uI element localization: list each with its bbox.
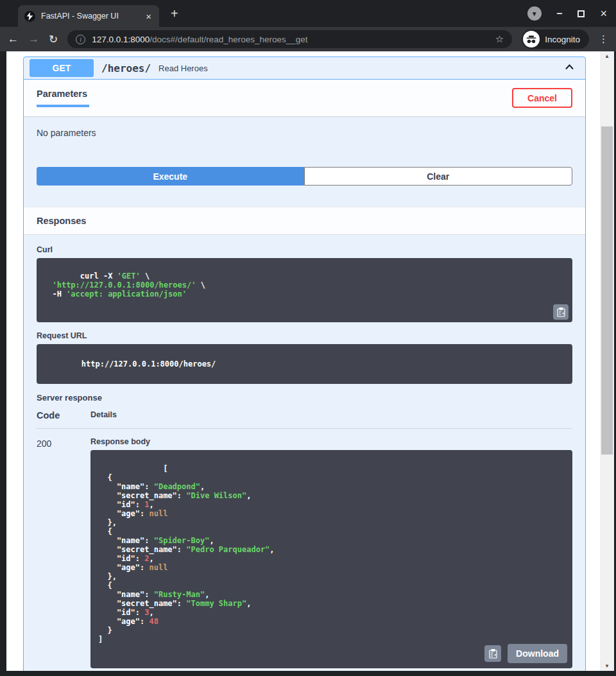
server-response-label: Server response: [37, 393, 572, 403]
curl-command-block: curl -X 'GET' \ 'http://127.0.0.1:8000/h…: [37, 258, 572, 322]
execute-row: Execute Clear: [37, 167, 572, 186]
code-column-header: Code: [37, 410, 90, 420]
responses-body: Curl curl -X 'GET' \ 'http://127.0.0.1:8…: [24, 235, 585, 671]
scroll-down-icon[interactable]: ▼: [600, 663, 614, 669]
url-host: 127.0.0.1:8000: [92, 35, 150, 44]
request-url-label: Request URL: [37, 331, 572, 340]
page-info-icon[interactable]: i: [76, 35, 85, 44]
execute-button[interactable]: Execute: [37, 167, 304, 186]
bookmark-star-icon[interactable]: ☆: [495, 33, 504, 45]
incognito-label: Incognito: [545, 35, 580, 44]
request-url-block: http://127.0.0.1:8000/heroes/: [37, 344, 572, 384]
request-url-value: http://127.0.0.1:8000/heroes/: [81, 360, 216, 368]
scrollbar-thumb[interactable]: [601, 126, 613, 455]
response-row-200: 200 Response body [ { "name": "Deadpond"…: [37, 429, 572, 671]
swagger-page: GET /heroes/ Read Heroes Parameters Canc…: [6, 51, 600, 671]
clear-button[interactable]: Clear: [304, 167, 573, 186]
responses-title: Responses: [37, 216, 86, 226]
parameters-body: No parameters Execute Clear: [24, 116, 585, 186]
fastapi-favicon-icon: [24, 11, 35, 22]
reload-icon[interactable]: ↻: [49, 33, 58, 46]
http-method-badge: GET: [30, 59, 94, 77]
endpoint-summary: Read Heroes: [158, 64, 208, 73]
parameters-section-header: Parameters Cancel: [24, 80, 585, 116]
browser-tab-bar: FastAPI - Swagger UI × + ▼ – ×: [0, 0, 616, 27]
tab-parameters[interactable]: Parameters: [37, 89, 89, 107]
url-path: /docs#/default/read_heroes_heroes__get: [150, 35, 307, 44]
collapse-chevron-up-icon[interactable]: [563, 61, 576, 76]
download-button[interactable]: Download: [508, 644, 567, 663]
window-close-icon[interactable]: ×: [600, 7, 607, 21]
browser-tab[interactable]: FastAPI - Swagger UI ×: [18, 5, 159, 27]
no-parameters-text: No parameters: [37, 128, 572, 138]
tab-title: FastAPI - Swagger UI: [41, 12, 119, 21]
chrome-caret-down-icon[interactable]: ▼: [527, 6, 542, 21]
curl-label: Curl: [37, 245, 572, 254]
browser-toolbar: ← → ↻ i 127.0.0.1:8000/docs#/default/rea…: [0, 27, 616, 51]
opblock-get-heroes: GET /heroes/ Read Heroes Parameters Canc…: [23, 56, 586, 671]
copy-response-button[interactable]: [484, 645, 501, 662]
opblock-summary[interactable]: GET /heroes/ Read Heroes: [24, 57, 585, 80]
response-details: Response body [ { "name": "Deadpond", "s…: [90, 437, 572, 671]
response-body-label: Response body: [90, 437, 572, 446]
scroll-up-icon[interactable]: ▲: [600, 53, 614, 59]
tab-close-icon[interactable]: ×: [144, 11, 153, 22]
back-icon[interactable]: ←: [8, 33, 19, 46]
page-scrollbar[interactable]: ▲ ▼: [600, 51, 614, 671]
details-column-header: Details: [90, 410, 117, 420]
incognito-icon: [523, 31, 540, 48]
status-code: 200: [37, 437, 90, 671]
window-minimize-icon[interactable]: –: [557, 8, 563, 19]
new-tab-icon[interactable]: +: [171, 5, 178, 22]
forward-icon[interactable]: →: [28, 33, 39, 46]
responses-section-header: Responses: [24, 207, 585, 235]
window-maximize-icon[interactable]: [578, 10, 585, 17]
browser-menu-icon[interactable]: ⋮: [599, 33, 608, 45]
endpoint-path: /heroes/: [101, 62, 151, 74]
url-text: 127.0.0.1:8000/docs#/default/read_heroes…: [92, 35, 307, 44]
copy-curl-button[interactable]: [553, 304, 569, 320]
cancel-button[interactable]: Cancel: [512, 88, 572, 108]
incognito-badge: Incognito: [522, 30, 589, 49]
response-table-header: Code Details: [37, 410, 572, 429]
response-body-block: [ { "name": "Deadpond", "secret_name": "…: [90, 450, 572, 668]
url-bar[interactable]: i 127.0.0.1:8000/docs#/default/read_hero…: [67, 30, 512, 48]
